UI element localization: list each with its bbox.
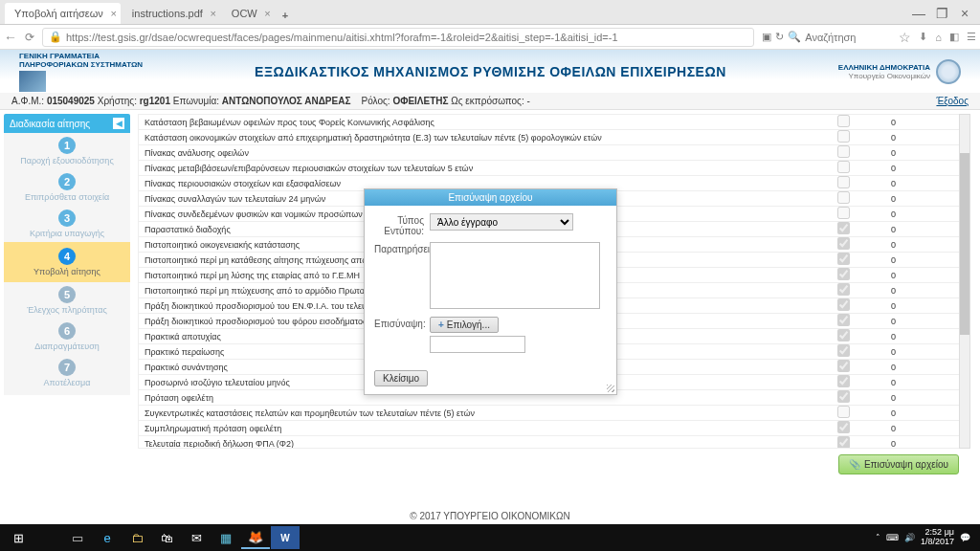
window-minimize[interactable]: —	[907, 3, 930, 24]
notification-icon[interactable]: 💬	[960, 533, 970, 542]
row-checkbox	[837, 344, 850, 357]
logo-right: ΕΛΛΗΝΙΚΗ ΔΗΜΟΚΡΑΤΙΑ Υπουργείο Οικονομικώ…	[838, 59, 961, 84]
user-label: Χρήστης:	[98, 96, 137, 106]
sidebar-icon[interactable]: ◧	[949, 31, 959, 43]
row-label: Κατάσταση οικονομικών στοιχείων από επιχ…	[139, 131, 801, 144]
user-info-bar: Α.Φ.Μ.: 015049025 Χρήστης: rg1201 Επωνυμ…	[0, 93, 980, 110]
selected-file-field[interactable]	[430, 336, 525, 353]
role-label: Ρόλος:	[362, 96, 390, 106]
taskview-icon[interactable]: ▭	[63, 526, 92, 549]
row-label: Συγκεντρωτικές καταστάσεις πελατών και π…	[139, 407, 801, 420]
row-count: 0	[885, 332, 969, 342]
step-label: Αποτέλεσμα	[6, 378, 128, 387]
download-icon[interactable]: ⬇	[919, 31, 927, 43]
row-checkbox	[837, 253, 850, 265]
tray-volume-icon[interactable]: 🔊	[904, 533, 915, 542]
browser-tab-strip: Υποβολή αιτήσεων × instructions.pdf × OC…	[0, 0, 980, 25]
step-label: Επιπρόσθετα στοιχεία	[6, 192, 128, 202]
sidebar: Διαδικασία αίτησης ◀ 1Παροχή εξουσιοδότη…	[0, 110, 134, 502]
file-select-button[interactable]: Επιλογή...	[430, 317, 499, 333]
seal-icon	[936, 59, 961, 84]
scrollbar-track[interactable]	[959, 114, 970, 449]
tray-up-icon[interactable]: ˄	[876, 533, 880, 542]
row-count: 0	[885, 347, 969, 357]
mail-icon[interactable]: ✉	[182, 526, 211, 549]
sidebar-step-2[interactable]: 2Επιπρόσθετα στοιχεία	[4, 169, 130, 206]
taskbar-clock[interactable]: 2:52 μμ 1/8/2017	[921, 528, 954, 547]
sidebar-step-6[interactable]: 6Διαπραγμάτευση	[4, 319, 130, 355]
proxy-value: -	[527, 96, 530, 106]
row-count: 0	[885, 317, 969, 326]
document-type-select[interactable]: Άλλo έγγραφο	[430, 213, 573, 231]
window-close[interactable]: ×	[953, 3, 976, 24]
menu-icon[interactable]: ☰	[967, 31, 976, 43]
notes-label: Παρατηρήσεις:	[374, 242, 430, 311]
window-restore[interactable]: ❐	[930, 3, 953, 24]
type-label: Τύπος Εντύπου:	[374, 213, 430, 236]
cortana-icon[interactable]	[33, 526, 62, 549]
nav-back-icon[interactable]: ←	[4, 30, 17, 45]
notes-textarea[interactable]	[430, 242, 600, 309]
browser-tab-2[interactable]: instructions.pdf ×	[122, 3, 220, 24]
sidebar-step-4[interactable]: 4Υποβολή αίτησης	[4, 242, 130, 282]
step-number: 1	[58, 137, 76, 154]
name-value: ΑΝΤΩΝΟΠΟΥΛΟΣ ΑΝΔΡΕΑΣ	[222, 96, 351, 106]
resize-grip[interactable]	[607, 385, 614, 392]
row-label: Κατάσταση βεβαιωμένων οφειλών προς τους …	[139, 116, 801, 129]
row-checkbox	[837, 406, 850, 418]
row-label: Πίνακας ανάλυσης οφειλών	[139, 146, 801, 160]
row-checkbox	[837, 115, 850, 127]
reader-icon[interactable]: ▣	[762, 31, 771, 43]
close-icon[interactable]: ×	[264, 8, 270, 19]
sidebar-step-1[interactable]: 1Παροχή εξουσιοδότησης	[4, 133, 130, 169]
row-checkbox	[837, 191, 850, 204]
nav-reload-icon[interactable]: ⟳	[25, 31, 34, 44]
close-icon[interactable]: ×	[110, 8, 116, 19]
row-checkbox	[837, 329, 850, 342]
sidebar-collapse-button[interactable]: ◀	[113, 118, 124, 129]
row-checkbox	[837, 207, 850, 219]
photos-icon[interactable]: ▦	[212, 526, 240, 549]
attach-label: Επισύναψη:	[374, 317, 430, 353]
home-icon[interactable]: ⌂	[935, 32, 942, 43]
sidebar-step-3[interactable]: 3Κριτήρια υπαγωγής	[4, 206, 130, 242]
row-count: 0	[885, 209, 969, 219]
row-count: 0	[885, 363, 969, 372]
browser-search-input[interactable]	[805, 32, 891, 43]
bookmark-icon[interactable]: ☆	[899, 30, 911, 45]
sidebar-step-5[interactable]: 5Έλεγχος πληρότητας	[4, 282, 130, 319]
row-checkbox	[837, 222, 850, 234]
edge-icon[interactable]: e	[93, 526, 122, 549]
tray-lang-icon[interactable]: ⌨	[886, 533, 899, 542]
table-row: Κατάσταση βεβαιωμένων οφειλών προς τους …	[139, 115, 969, 130]
store-icon[interactable]: 🛍	[152, 526, 181, 549]
app-header: ΓΕΝΙΚΗ ΓΡΑΜΜΑΤΕΙΑ ΠΛΗΡΟΦΟΡΙΑΚΩΝ ΣΥΣΤΗΜΑΤ…	[0, 50, 980, 93]
address-bar[interactable]: 🔒 https://test.gsis.gr/dsae/ocwrequest/f…	[42, 28, 754, 47]
refresh-icon[interactable]: ↻	[775, 31, 784, 43]
start-button[interactable]: ⊞	[4, 526, 33, 549]
explorer-icon[interactable]: 🗀	[122, 526, 151, 549]
logout-link[interactable]: Έξοδος	[936, 96, 969, 106]
close-button[interactable]: Κλείσιμο	[374, 370, 428, 386]
browser-toolbar: ← ⟳ 🔒 https://test.gsis.gr/dsae/ocwreque…	[0, 25, 980, 50]
attach-file-button[interactable]: 📎 Επισύναψη αρχείου	[838, 454, 959, 474]
browser-tab-1[interactable]: Υποβολή αιτήσεων ×	[5, 3, 121, 24]
row-checkbox	[837, 298, 850, 311]
word-icon[interactable]: W	[271, 526, 300, 549]
step-label: Έλεγχος πληρότητας	[6, 305, 128, 315]
row-checkbox	[837, 268, 850, 280]
sidebar-step-7[interactable]: 7Αποτέλεσμα	[4, 355, 130, 391]
new-tab-button[interactable]: +	[277, 7, 294, 24]
scrollbar-thumb[interactable]	[960, 153, 969, 335]
proxy-label: Ως εκπρόσωπος:	[451, 96, 523, 106]
windows-taskbar: ⊞ ▭ e 🗀 🛍 ✉ ▦ 🦊 W ˄ ⌨ 🔊 2:52 μμ 1/8/2017…	[0, 524, 980, 551]
browser-tab-3[interactable]: OCW ×	[222, 3, 275, 24]
firefox-icon[interactable]: 🦊	[241, 526, 270, 549]
table-row: Τελευταία περιοδική δήλωση ΦΠΑ (Φ2)0	[139, 436, 969, 449]
logo-text-bottom: ΠΛΗΡΟΦΟΡΙΑΚΩΝ ΣΥΣΤΗΜΑΤΩΝ	[19, 60, 143, 69]
row-count: 0	[885, 271, 969, 280]
row-count: 0	[885, 148, 969, 158]
modal-title: Επισύναψη αρχείου	[365, 189, 616, 206]
row-count: 0	[885, 194, 969, 204]
close-icon[interactable]: ×	[210, 8, 215, 19]
